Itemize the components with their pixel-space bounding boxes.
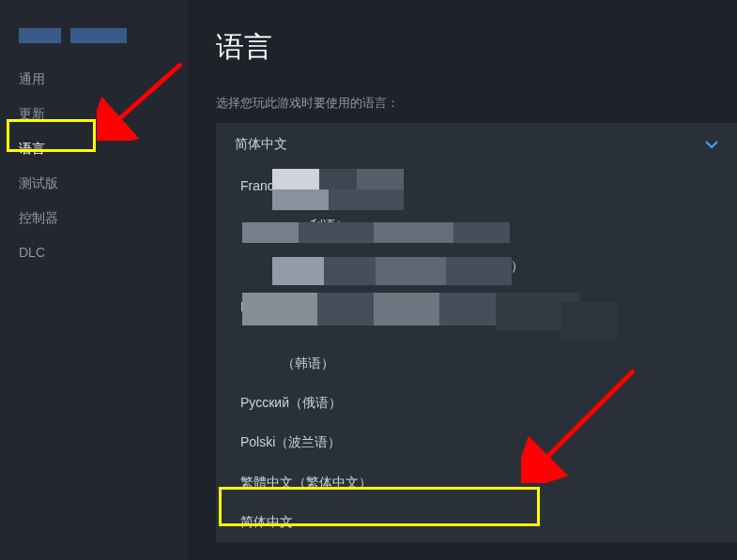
page-title: 语言 [216, 28, 737, 67]
chevron-down-icon [705, 138, 718, 151]
language-dropdown-list: Franca 利语） 牙） E [216, 166, 737, 542]
language-option[interactable]: 牙） [216, 246, 737, 285]
sidebar-item-controller[interactable]: 控制器 [0, 201, 188, 235]
language-option-russian[interactable]: Русский（俄语） [216, 383, 737, 422]
language-option[interactable]: E [216, 285, 737, 328]
sidebar-item-dlc[interactable]: DLC [0, 235, 188, 270]
language-option[interactable]: 利语） [216, 205, 737, 245]
selected-language-label: 简体中文 [235, 136, 287, 153]
main-content: 语言 选择您玩此游戏时要使用的语言： 简体中文 Franca 利语） [188, 0, 737, 560]
language-option[interactable]: （韩语） [216, 329, 737, 383]
header-obscured-1 [19, 28, 61, 43]
sidebar-item-general[interactable]: 通用 [0, 62, 188, 97]
sidebar-item-betas[interactable]: 测试版 [0, 166, 188, 201]
header-obscured-2 [70, 28, 127, 43]
language-option-simplified-chinese[interactable]: 简体中文 [216, 502, 737, 541]
instruction-label: 选择您玩此游戏时要使用的语言： [216, 95, 737, 112]
sidebar: 通用 更新 语言 测试版 控制器 DLC [0, 0, 188, 560]
sidebar-item-updates[interactable]: 更新 [0, 97, 188, 131]
sidebar-item-language[interactable]: 语言 [0, 131, 188, 166]
language-dropdown[interactable]: 简体中文 [216, 123, 737, 166]
sidebar-header [0, 28, 188, 62]
language-option-polish[interactable]: Polski（波兰语） [216, 422, 737, 462]
language-option[interactable]: Franca [216, 166, 737, 205]
language-option-traditional-chinese[interactable]: 繁體中文（繁体中文） [216, 462, 737, 502]
